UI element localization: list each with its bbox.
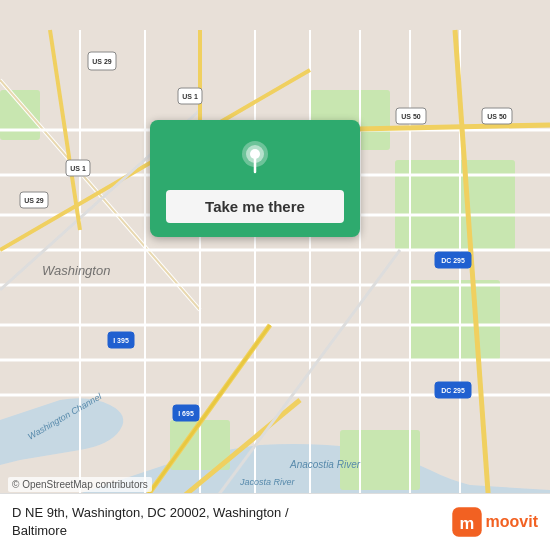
map-container: US 29 US 1 US 1 US 29 I 395 I 695 US 50 … — [0, 0, 550, 550]
svg-rect-2 — [410, 280, 500, 360]
svg-text:US 29: US 29 — [92, 58, 112, 65]
svg-rect-3 — [0, 90, 40, 140]
svg-text:Anacostia River: Anacostia River — [289, 459, 361, 470]
svg-text:US 29: US 29 — [24, 197, 44, 204]
svg-text:US 1: US 1 — [70, 165, 86, 172]
svg-text:DC 295: DC 295 — [441, 387, 465, 394]
moovit-logo-icon: m — [451, 506, 483, 538]
svg-text:I 695: I 695 — [178, 410, 194, 417]
location-card: Take me there — [150, 120, 360, 237]
svg-text:DC 295: DC 295 — [441, 257, 465, 264]
svg-text:US 50: US 50 — [487, 113, 507, 120]
svg-text:I 395: I 395 — [113, 337, 129, 344]
location-pin-icon — [233, 136, 277, 180]
moovit-text: moovit — [486, 513, 538, 531]
map-roads: US 29 US 1 US 1 US 29 I 395 I 695 US 50 … — [0, 0, 550, 550]
svg-text:m: m — [459, 514, 474, 533]
svg-text:US 50: US 50 — [401, 113, 421, 120]
address-text: D NE 9th, Washington, DC 20002, Washingt… — [12, 504, 451, 540]
svg-text:Jacosta River: Jacosta River — [239, 477, 296, 487]
svg-text:Washington: Washington — [42, 263, 110, 278]
take-me-there-button[interactable]: Take me there — [166, 190, 344, 223]
svg-text:US 1: US 1 — [182, 93, 198, 100]
moovit-logo: m moovit — [451, 506, 538, 538]
osm-attribution: © OpenStreetMap contributors — [8, 477, 152, 492]
info-bar: D NE 9th, Washington, DC 20002, Washingt… — [0, 493, 550, 550]
